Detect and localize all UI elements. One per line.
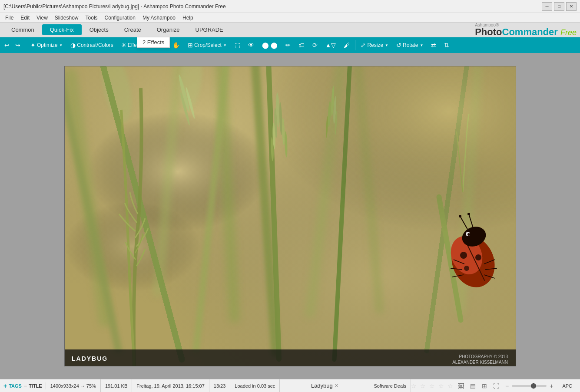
flip-v-button[interactable]: ⇅	[441, 40, 453, 50]
rotate-arrow-icon: ▼	[420, 43, 423, 47]
status-fullscreen-icon[interactable]: ⛶	[492, 382, 500, 389]
optimize-label: Optimize	[37, 42, 57, 48]
effects-count-label: 2 Effects	[143, 39, 164, 46]
zoom-in-icon[interactable]: +	[548, 382, 554, 389]
rotate-dial-button[interactable]: ⟳	[309, 40, 321, 50]
rotate-dial-icon: ⟳	[312, 42, 318, 49]
tags-label: TAGS	[9, 383, 22, 389]
svg-text:PHOTOGRAPHY © 2013: PHOTOGRAPHY © 2013	[459, 354, 508, 359]
tab-upgrade[interactable]: UPGRADE	[188, 24, 231, 35]
undo-button[interactable]: ↩	[2, 40, 12, 50]
tag-button[interactable]: 🏷	[295, 40, 308, 50]
star-3[interactable]: ☆	[429, 382, 435, 389]
levels-button[interactable]: ▲▽	[322, 40, 340, 50]
status-filesize: 191.01 KB	[101, 379, 132, 392]
straighten-button[interactable]: ⬚	[231, 40, 244, 50]
tab-create[interactable]: Create	[116, 24, 149, 35]
minimize-button[interactable]: ─	[542, 2, 552, 11]
close-button[interactable]: ✕	[566, 2, 577, 11]
star-1[interactable]: ☆	[411, 382, 417, 389]
crop-arrow-icon: ▼	[223, 43, 227, 47]
menu-myashampoo[interactable]: My Ashampoo	[139, 14, 179, 22]
straighten-icon: ⬚	[235, 42, 240, 49]
crop-button[interactable]: ⊞ Crop/Select ▼	[184, 40, 230, 50]
title-label: TITLE	[29, 383, 42, 389]
star-2[interactable]: ☆	[420, 382, 426, 389]
tags-add-button[interactable]: +	[3, 382, 7, 389]
svg-text:LADYBUG: LADYBUG	[72, 355, 108, 362]
resize-label: Resize	[367, 42, 383, 48]
pan-button[interactable]: ✋	[169, 40, 183, 50]
status-date: Freitag, 19. April 2013, 16:15:07	[132, 379, 209, 392]
contrast-label: Contrast/Colors	[77, 42, 113, 48]
blemish-icon: ⬤ ⬤	[262, 42, 278, 49]
status-filename: Ladybug	[311, 382, 333, 389]
logo-text: PhotoCommander Free	[475, 27, 577, 37]
rotate-button[interactable]: ↺ Rotate ▼	[393, 40, 427, 50]
tab-quickfix[interactable]: Quick-Fix	[42, 24, 82, 35]
status-bar: + TAGS − TITLE 1400x933x24 → 75% 191.01 …	[0, 379, 580, 392]
resize-icon: ⤢	[361, 42, 366, 49]
menu-edit[interactable]: Edit	[17, 14, 33, 22]
star-4[interactable]: ☆	[438, 382, 444, 389]
zoom-slider[interactable]	[512, 385, 547, 387]
paintbrush-button[interactable]: 🖌	[340, 40, 353, 50]
separator-3	[355, 40, 355, 50]
tags-remove-button[interactable]: −	[23, 382, 27, 389]
menu-configuration[interactable]: Configuration	[101, 14, 139, 22]
zoom-thumb	[531, 383, 536, 389]
brush-button[interactable]: ✏	[282, 40, 294, 50]
toolbar: ↩ ↪ ✦ Optimize ▼ ◑ Contrast/Colors ✳ Eff…	[0, 37, 580, 53]
menu-view[interactable]: View	[33, 14, 51, 22]
tab-objects[interactable]: Objects	[82, 24, 116, 35]
rotate-icon: ↺	[396, 42, 401, 49]
svg-rect-55	[65, 66, 516, 366]
tab-common[interactable]: Common	[3, 24, 42, 35]
flip-h-button[interactable]: ⇄	[428, 40, 440, 50]
tab-organize[interactable]: Organize	[149, 24, 188, 35]
logo-area: Ashampoo® PhotoCommander Free	[475, 23, 577, 37]
status-middle: Ladybug ✕	[280, 382, 369, 389]
status-image-icon[interactable]: 🖼	[457, 382, 465, 389]
status-filmstrip-icon[interactable]: ▤	[469, 382, 477, 389]
zoom-out-icon[interactable]: −	[504, 382, 510, 389]
photo-canvas: LADYBUG PHOTOGRAPHY © 2013 ALEXANDER KIS…	[64, 66, 516, 366]
menu-tools[interactable]: Tools	[82, 14, 101, 22]
flip-h-icon: ⇄	[431, 42, 436, 49]
resize-button[interactable]: ⤢ Resize ▼	[357, 40, 392, 50]
menu-help[interactable]: Help	[179, 14, 197, 22]
menu-bar: File Edit View Slideshow Tools Configura…	[0, 13, 580, 23]
status-counter: 13/23	[209, 379, 231, 392]
brush-icon: ✏	[285, 42, 291, 49]
tab-bar: Common Quick-Fix Objects Create Organize…	[0, 23, 580, 37]
status-mode: APC	[558, 383, 577, 389]
menu-file[interactable]: File	[2, 14, 17, 22]
redo-button[interactable]: ↪	[13, 40, 23, 50]
status-grid-icon[interactable]: ⊞	[481, 382, 488, 389]
effects-count-popup[interactable]: 2 Effects	[137, 37, 170, 48]
status-close-button[interactable]: ✕	[335, 383, 338, 389]
window-controls: ─ □ ✕	[542, 2, 577, 11]
menu-slideshow[interactable]: Slideshow	[51, 14, 82, 22]
status-dimensions: 1400x933x24 → 75%	[46, 379, 101, 392]
logo-free: Free	[560, 28, 577, 37]
status-software: Software Deals	[369, 379, 411, 392]
logo-commander: Commander	[502, 26, 558, 37]
crop-label: Crop/Select	[194, 42, 222, 48]
logo-photo: Photo	[475, 26, 502, 37]
star-5[interactable]: ☆	[447, 382, 453, 389]
redeye-button[interactable]: 👁	[245, 40, 258, 50]
optimize-button[interactable]: ✦ Optimize ▼	[27, 40, 66, 50]
main-content: LADYBUG PHOTOGRAPHY © 2013 ALEXANDER KIS…	[0, 53, 580, 379]
contrast-button[interactable]: ◑ Contrast/Colors	[67, 40, 116, 50]
contrast-icon: ◑	[70, 42, 76, 49]
redeye-icon: 👁	[248, 42, 254, 49]
optimize-arrow-icon: ▼	[59, 43, 63, 47]
redo-icon: ↪	[15, 42, 20, 49]
title-bar: [C:\Users\Public\Pictures\Ashampoo Pictu…	[0, 0, 580, 13]
flip-v-icon: ⇅	[444, 42, 449, 49]
rotate-label: Rotate	[403, 42, 418, 48]
maximize-button[interactable]: □	[554, 2, 564, 11]
blemish-button[interactable]: ⬤ ⬤	[259, 40, 281, 50]
svg-text:ALEXANDER KISSELMANN: ALEXANDER KISSELMANN	[452, 360, 508, 365]
